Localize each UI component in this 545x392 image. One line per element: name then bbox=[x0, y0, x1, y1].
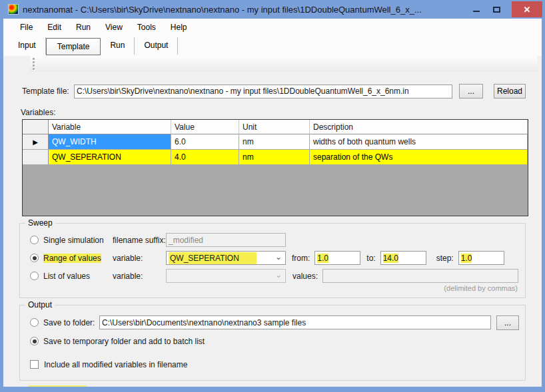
template-browse-button[interactable]: ... bbox=[459, 84, 483, 98]
template-file-label: Template file: bbox=[22, 87, 70, 96]
menu-run[interactable]: Run bbox=[69, 20, 98, 35]
save-to-folder-row: Save to folder: C:\Users\bir\Documents\n… bbox=[30, 315, 519, 329]
table-cell-variable[interactable]: QW_SEPERATION bbox=[49, 150, 171, 165]
template-file-value: C:\Users\bir\SkyDrive\nextnano\nextnano … bbox=[77, 87, 409, 96]
from-input[interactable]: 1.0 bbox=[314, 251, 360, 265]
minimize-button[interactable] bbox=[466, 1, 486, 17]
toolstrip bbox=[30, 56, 538, 72]
table-cell-value[interactable]: 4.0 bbox=[171, 150, 239, 165]
app-icon bbox=[8, 4, 19, 15]
row-selector[interactable] bbox=[23, 150, 49, 165]
values-input[interactable] bbox=[322, 269, 518, 283]
save-temp-row: Save to temporary folder and add to batc… bbox=[30, 334, 519, 348]
range-of-values-radio[interactable] bbox=[30, 254, 39, 262]
table-cell-unit[interactable]: nm bbox=[239, 134, 310, 150]
grid-corner-cell bbox=[23, 120, 49, 134]
output-folder-input[interactable]: C:\Users\bir\Documents\nextnano\nextnano… bbox=[99, 315, 491, 329]
client-area: File Edit Run View Tools Help Input Temp… bbox=[3, 19, 542, 387]
template-file-input[interactable]: C:\Users\bir\SkyDrive\nextnano\nextnano … bbox=[74, 85, 452, 98]
table-cell-description[interactable]: separation of the QWs bbox=[310, 150, 528, 165]
range-of-values-label: Range of values bbox=[43, 254, 101, 263]
list-variable-dropdown[interactable]: ⌄ bbox=[166, 269, 286, 283]
menu-file[interactable]: File bbox=[13, 20, 40, 35]
menu-view[interactable]: View bbox=[98, 20, 130, 35]
col-header-unit[interactable]: Unit bbox=[239, 120, 310, 134]
window-title: nextnanomat - C:\Users\bir\SkyDrive\next… bbox=[23, 5, 422, 15]
range-variable-dropdown[interactable]: QW_SEPERATION ⌄ bbox=[166, 251, 286, 265]
app-window: nextnanomat - C:\Users\bir\SkyDrive\next… bbox=[0, 0, 545, 392]
table-cell-unit[interactable]: nm bbox=[239, 150, 310, 165]
save-to-folder-radio[interactable] bbox=[30, 318, 39, 327]
toolstrip-row bbox=[3, 56, 542, 73]
tab-output[interactable]: Output bbox=[135, 37, 178, 55]
table-cell-description[interactable]: widths of both quantum wells bbox=[310, 134, 528, 150]
single-simulation-label: Single simulation bbox=[43, 236, 104, 245]
grip-icon[interactable] bbox=[33, 58, 35, 70]
sweep-groupbox: Sweep Single simulation filename suffix:… bbox=[19, 223, 526, 298]
title-bar[interactable]: nextnanomat - C:\Users\bir\SkyDrive\next… bbox=[0, 0, 545, 19]
table-cell-variable[interactable]: QW_WIDTH bbox=[49, 134, 171, 150]
single-simulation-radio[interactable] bbox=[30, 236, 39, 244]
menu-tools[interactable]: Tools bbox=[130, 20, 163, 35]
range-of-values-row: Range of values variable: QW_SEPERATION … bbox=[30, 251, 519, 265]
include-variables-checkbox[interactable] bbox=[30, 360, 39, 369]
list-of-values-radio[interactable] bbox=[30, 272, 39, 280]
col-header-value[interactable]: Value bbox=[171, 120, 239, 134]
output-browse-button[interactable]: ... bbox=[496, 315, 519, 330]
sweep-legend: Sweep bbox=[25, 218, 55, 228]
row-selector-icon: ▶ bbox=[33, 138, 38, 146]
single-simulation-row: Single simulation filename suffix: _modi… bbox=[30, 233, 519, 247]
variables-label: Variables: bbox=[21, 108, 542, 117]
filename-suffix-input[interactable]: _modified bbox=[166, 233, 286, 247]
close-button[interactable]: ✕ bbox=[512, 1, 542, 17]
output-groupbox: Output Save to folder: C:\Users\bir\Docu… bbox=[19, 305, 526, 381]
delimited-note: (delimited by commas) bbox=[26, 284, 518, 292]
save-to-folder-label: Save to folder: bbox=[43, 318, 95, 327]
to-label: to: bbox=[366, 254, 375, 263]
minimize-icon bbox=[473, 11, 480, 12]
tab-strip: Input Template Run Output bbox=[3, 36, 542, 56]
output-legend: Output bbox=[25, 300, 55, 309]
tab-input[interactable]: Input bbox=[9, 37, 46, 55]
col-header-description[interactable]: Description bbox=[310, 120, 528, 134]
values-label: values: bbox=[292, 272, 318, 281]
row-selector[interactable]: ▶ bbox=[23, 134, 49, 150]
to-input[interactable]: 14.0 bbox=[380, 251, 426, 265]
maximize-button[interactable] bbox=[486, 1, 506, 17]
menu-help[interactable]: Help bbox=[163, 20, 195, 35]
reload-button[interactable]: Reload bbox=[494, 84, 526, 98]
table-cell-value[interactable]: 6.0 bbox=[171, 134, 239, 150]
list-of-values-label: List of values bbox=[43, 272, 90, 281]
step-label: step: bbox=[436, 254, 454, 263]
menu-edit[interactable]: Edit bbox=[40, 20, 69, 35]
template-file-row: Template file: C:\Users\bir\SkyDrive\nex… bbox=[22, 84, 526, 98]
save-temp-radio[interactable] bbox=[30, 337, 39, 345]
tab-run[interactable]: Run bbox=[101, 37, 135, 55]
close-icon: ✕ bbox=[524, 5, 531, 15]
tab-template[interactable]: Template bbox=[46, 38, 101, 55]
step-input[interactable]: 1.0 bbox=[458, 251, 504, 265]
include-variables-label: Include all modified variables in filena… bbox=[44, 360, 187, 369]
menu-bar: File Edit Run View Tools Help bbox=[3, 19, 542, 36]
save-temp-label: Save to temporary folder and add to batc… bbox=[43, 337, 205, 346]
include-variables-row: Include all modified variables in filena… bbox=[30, 357, 519, 371]
range-variable-label: variable: bbox=[113, 254, 166, 263]
from-label: from: bbox=[292, 254, 310, 263]
list-variable-label: variable: bbox=[113, 272, 166, 281]
list-of-values-row: List of values variable: ⌄ values: bbox=[30, 269, 519, 283]
chevron-down-icon: ⌄ bbox=[275, 270, 282, 280]
variables-grid: Variable Value Unit Description ▶ QW_WID… bbox=[22, 119, 528, 216]
chevron-down-icon: ⌄ bbox=[275, 252, 282, 262]
maximize-icon bbox=[493, 7, 500, 13]
col-header-variable[interactable]: Variable bbox=[49, 120, 171, 134]
filename-suffix-label: filename suffix: bbox=[113, 236, 166, 245]
